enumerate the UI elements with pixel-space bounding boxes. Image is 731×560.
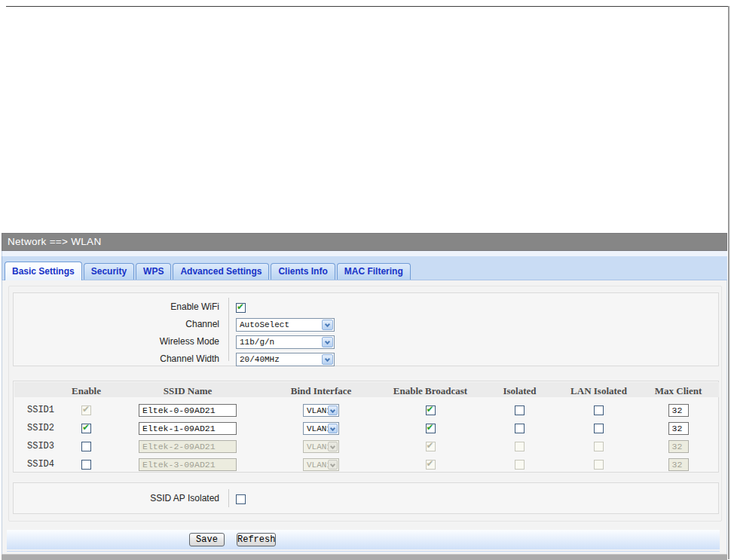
cell: 32: [638, 455, 719, 473]
enable-wifi-label: Enable WiFi: [14, 301, 219, 312]
isolated-checkbox: [515, 442, 525, 451]
cell: [560, 437, 638, 455]
ssid-name-input[interactable]: Eltek-0-09AD21: [139, 404, 237, 417]
column-header: Bind Interface: [261, 384, 381, 398]
table-row: SSID3Eltek-2-09AD21VLAN132: [14, 437, 719, 455]
cell: [58, 419, 115, 437]
dropdown-arrow-icon: [322, 354, 333, 365]
column-header: LAN Isolated: [560, 384, 638, 398]
dropdown-arrow-icon: [328, 405, 338, 415]
dropdown-arrow-icon: [328, 460, 338, 470]
cell: 32: [638, 401, 719, 419]
column-header: [14, 384, 58, 398]
action-bar-divider: [7, 551, 720, 552]
cell: [560, 401, 638, 419]
cell: [560, 419, 638, 437]
cell: [58, 455, 115, 473]
dropdown-arrow-icon: [322, 337, 333, 347]
ssid-name-input: Eltek-2-09AD21: [139, 440, 237, 453]
isolated-checkbox: [515, 460, 525, 470]
bind-interface-select[interactable]: VLAN1: [303, 422, 339, 435]
tab-clients-info[interactable]: Clients Info: [271, 263, 335, 280]
header-strip: [2, 251, 727, 256]
column-header: Enable Broadcast: [381, 384, 479, 398]
enable-broadcast-checkbox[interactable]: [426, 424, 436, 433]
page-border-top: [6, 6, 729, 7]
page: Network ==> WLAN Basic SettingsSecurityW…: [0, 0, 731, 560]
general-settings-group: Enable WiFi Channel AutoSelect: [13, 292, 719, 366]
cell: [381, 401, 479, 419]
channel-width-select[interactable]: 20/40MHz: [236, 353, 335, 366]
max-client-input[interactable]: 32: [668, 422, 689, 435]
isolated-checkbox[interactable]: [515, 424, 525, 433]
ssid-ap-isolated-checkbox[interactable]: [236, 494, 246, 504]
cell: [560, 455, 638, 473]
ssid-row-label: SSID2: [14, 419, 58, 437]
max-client-input[interactable]: 32: [668, 404, 689, 417]
ssid-table-header: EnableSSID NameBind InterfaceEnable Broa…: [14, 384, 719, 398]
tab-bar: Basic SettingsSecurityWPSAdvanced Settin…: [2, 256, 727, 280]
ssid-ap-isolated-label: SSID AP Isolated: [14, 493, 219, 503]
ssid-name-input: Eltek-3-09AD21: [139, 458, 237, 471]
cell: 32: [638, 419, 719, 437]
cell: VLAN1: [261, 437, 381, 455]
refresh-button[interactable]: Refresh: [237, 533, 276, 546]
cell: [381, 437, 479, 455]
action-bar: Save Refresh: [7, 530, 720, 549]
max-client-input: 32: [668, 458, 689, 471]
cell: 32: [638, 437, 719, 455]
dropdown-arrow-icon: [328, 424, 338, 433]
tab-security[interactable]: Security: [84, 263, 134, 280]
tab-advanced-settings[interactable]: Advanced Settings: [173, 263, 269, 280]
enable-broadcast-checkbox: [426, 442, 436, 451]
ap-isolated-group: SSID AP Isolated: [13, 482, 719, 514]
ssid-table-group: EnableSSID NameBind InterfaceEnable Broa…: [13, 381, 719, 473]
enable-checkbox[interactable]: [81, 442, 91, 451]
lan-isolated-checkbox: [594, 442, 604, 451]
enable-broadcast-checkbox[interactable]: [426, 405, 436, 415]
ssid-row-label: SSID3: [14, 437, 58, 455]
ssid-row-label: SSID1: [14, 401, 58, 419]
dropdown-arrow-icon: [322, 320, 333, 330]
tab-basic-settings[interactable]: Basic Settings: [5, 262, 82, 280]
tab-mac-filtering[interactable]: MAC Filtering: [337, 263, 411, 280]
table-row: SSID2Eltek-1-09AD21VLAN132: [14, 419, 719, 437]
cell: [381, 455, 479, 473]
channel-width-label: Channel Width: [14, 353, 219, 364]
enable-broadcast-checkbox: [426, 460, 436, 470]
lan-isolated-checkbox[interactable]: [594, 424, 604, 433]
column-header: SSID Name: [115, 384, 261, 398]
enable-checkbox[interactable]: [81, 460, 91, 470]
breadcrumb: Network ==> WLAN: [2, 233, 727, 251]
cell: Eltek-3-09AD21: [115, 455, 261, 473]
cell: [479, 401, 560, 419]
enable-checkbox: [81, 405, 91, 415]
wireless-mode-label: Wireless Mode: [14, 336, 219, 347]
cell: [479, 437, 560, 455]
cell: [58, 437, 115, 455]
ssid-row-label: SSID4: [14, 455, 58, 473]
save-button[interactable]: Save: [189, 533, 225, 546]
column-header: Isolated: [479, 384, 560, 398]
wireless-mode-select[interactable]: 11b/g/n: [236, 335, 335, 349]
lan-isolated-checkbox: [594, 460, 604, 470]
cell: VLAN1: [261, 419, 381, 437]
enable-wifi-checkbox[interactable]: [236, 303, 246, 313]
table-row: SSID1Eltek-0-09AD21VLAN132: [14, 401, 719, 419]
isolated-checkbox[interactable]: [515, 405, 525, 415]
cell: [479, 419, 560, 437]
cell: VLAN1: [261, 401, 381, 419]
tab-wps[interactable]: WPS: [136, 263, 171, 280]
column-header: Max Client: [638, 384, 719, 398]
wlan-settings-window: Network ==> WLAN Basic SettingsSecurityW…: [2, 233, 727, 560]
tab-content: Enable WiFi Channel AutoSelect: [2, 280, 727, 554]
ssid-name-input[interactable]: Eltek-1-09AD21: [139, 422, 237, 435]
bind-interface-select[interactable]: VLAN1: [303, 404, 339, 417]
cell: Eltek-2-09AD21: [115, 437, 261, 455]
lan-isolated-checkbox[interactable]: [594, 405, 604, 415]
page-border-right: [728, 6, 729, 559]
enable-checkbox[interactable]: [81, 424, 91, 433]
table-row: SSID4Eltek-3-09AD21VLAN132: [14, 455, 719, 473]
channel-select[interactable]: AutoSelect: [236, 318, 335, 332]
column-header: Enable: [58, 384, 115, 398]
